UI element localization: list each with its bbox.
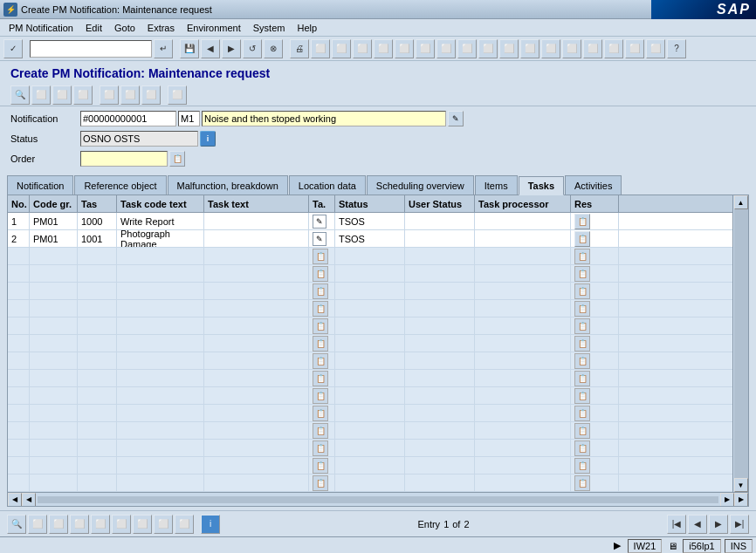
btn11[interactable]: ⬜: [604, 39, 623, 58]
table-row[interactable]: 2 PM01 1001 Photograph Damage ✎ TSOS 📋: [8, 230, 732, 248]
help-button[interactable]: ?: [667, 39, 686, 58]
stop-button[interactable]: ⊗: [264, 39, 283, 58]
menu-pm-notification[interactable]: PM Notification: [3, 21, 79, 35]
btn4[interactable]: ⬜: [457, 39, 477, 58]
sec-btn5[interactable]: ⬜: [100, 85, 119, 105]
btn7[interactable]: ⬜: [520, 39, 540, 58]
menu-extras[interactable]: Extras: [142, 21, 180, 35]
sec-btn4[interactable]: ⬜: [73, 85, 93, 105]
print-button[interactable]: 🖨: [290, 39, 309, 58]
notification-edit-icon[interactable]: ✎: [448, 111, 464, 126]
menu-environment[interactable]: Environment: [182, 21, 246, 35]
order-picker-button[interactable]: 📋: [169, 151, 185, 167]
expand-button[interactable]: ⬜: [353, 39, 372, 58]
tab-location-data[interactable]: Location data: [289, 175, 366, 195]
scroll-track[interactable]: [734, 209, 748, 478]
status-info-button[interactable]: i: [200, 131, 216, 147]
btn10[interactable]: ⬜: [583, 39, 602, 58]
enter-button[interactable]: ↵: [154, 39, 173, 58]
sec-btn3[interactable]: ⬜: [52, 85, 72, 105]
scroll-left-button[interactable]: ◀: [8, 493, 22, 507]
nav-next-button[interactable]: ▶: [709, 515, 728, 534]
btn12[interactable]: ⬜: [625, 39, 644, 58]
notification-type[interactable]: M1: [178, 111, 200, 126]
btn2[interactable]: ⬜: [416, 39, 435, 58]
sec-btn1[interactable]: 🔍: [10, 85, 30, 105]
refresh-button[interactable]: ↺: [243, 39, 262, 58]
menu-help[interactable]: Help: [292, 21, 322, 35]
btn5[interactable]: ⬜: [478, 39, 498, 58]
tab-activities[interactable]: Activities: [565, 175, 622, 195]
cell-userstatus-1: [405, 213, 475, 229]
bottom-btn8[interactable]: ⬜: [154, 515, 173, 534]
bottom-btn4[interactable]: ⬜: [70, 515, 89, 534]
bottom-btn2[interactable]: ⬜: [28, 515, 47, 534]
btn1[interactable]: ⬜: [395, 39, 414, 58]
cell-ta-2[interactable]: ✎: [309, 230, 335, 247]
tab-scheduling-overview[interactable]: Scheduling overview: [367, 175, 474, 195]
sec-btn8[interactable]: ⬜: [168, 85, 187, 105]
bottom-btn1[interactable]: 🔍: [7, 515, 26, 534]
nav-first-button[interactable]: |◀: [667, 515, 686, 534]
tab-malfunction[interactable]: Malfunction, breakdown: [168, 175, 288, 195]
menu-goto[interactable]: Goto: [109, 21, 141, 35]
back-nav-button[interactable]: ◀: [201, 39, 220, 58]
notification-number[interactable]: #00000000001: [80, 111, 176, 126]
order-label: Order: [10, 154, 80, 164]
scroll-right2-button[interactable]: ▶: [734, 493, 748, 507]
scroll-left2-button[interactable]: ◀: [22, 493, 36, 507]
bottom-btn3[interactable]: ⬜: [49, 515, 68, 534]
tab-notification[interactable]: Notification: [7, 175, 73, 195]
scroll-up-button[interactable]: ▲: [734, 195, 748, 209]
scroll-down-button[interactable]: ▼: [734, 478, 748, 492]
notification-description[interactable]: Noise and then stoped working: [202, 111, 446, 126]
collapse-button[interactable]: ⬜: [374, 39, 393, 58]
bottom-btn9[interactable]: ⬜: [175, 515, 194, 534]
bottom-btn6[interactable]: ⬜: [112, 515, 131, 534]
bottom-info-btn[interactable]: i: [201, 515, 220, 534]
save-button[interactable]: 💾: [180, 39, 199, 58]
tab-items[interactable]: Items: [475, 175, 518, 195]
vertical-scrollbar[interactable]: ▲ ▼: [732, 195, 748, 492]
btn13[interactable]: ⬜: [646, 39, 665, 58]
sec-btn2[interactable]: ⬜: [31, 85, 51, 105]
col-header-taskcode: Task code text: [117, 195, 204, 212]
back-button[interactable]: ✓: [3, 39, 23, 58]
entry-of: of: [452, 519, 460, 529]
find-button[interactable]: ⬜: [311, 39, 330, 58]
table-row[interactable]: 1 PM01 1000 Write Report ✎ TSOS 📋: [8, 213, 732, 230]
status-bar: ▶ IW21 🖥 i56lp1 INS: [0, 536, 756, 553]
nav-prev-button[interactable]: ◀: [688, 515, 707, 534]
status-icon1[interactable]: 🖥: [665, 539, 679, 553]
command-field[interactable]: [30, 40, 152, 58]
tab-reference-object[interactable]: Reference object: [74, 175, 166, 195]
sec-btn7[interactable]: ⬜: [141, 85, 161, 105]
menu-system[interactable]: System: [248, 21, 291, 35]
col-header-userstatus: User Status: [405, 195, 475, 212]
cell-res-1[interactable]: 📋: [571, 213, 619, 229]
h-scroll-track[interactable]: [38, 496, 718, 503]
scroll-right-button[interactable]: ▶: [720, 493, 734, 507]
nav-last-button[interactable]: ▶|: [730, 515, 749, 534]
bottom-btn7[interactable]: ⬜: [133, 515, 152, 534]
btn6[interactable]: ⬜: [499, 39, 519, 58]
forward-nav-button[interactable]: ▶: [222, 39, 241, 58]
bottom-btn5[interactable]: ⬜: [91, 515, 110, 534]
entry-info: Entry 1 of 2: [417, 519, 469, 529]
cell-ta-1[interactable]: ✎: [309, 213, 335, 229]
sec-btn6[interactable]: ⬜: [120, 85, 140, 105]
menu-edit[interactable]: Edit: [80, 21, 107, 35]
cell-res-2[interactable]: 📋: [571, 230, 619, 247]
btn8[interactable]: ⬜: [541, 39, 560, 58]
notification-row: Notification #00000000001 M1 Noise and t…: [10, 110, 746, 127]
notification-label: Notification: [10, 113, 80, 124]
server-name: i56lp1: [683, 539, 720, 553]
order-value[interactable]: [80, 151, 168, 167]
btn3[interactable]: ⬜: [436, 39, 456, 58]
cell-taskproc-1: [475, 213, 571, 229]
btn9[interactable]: ⬜: [562, 39, 581, 58]
tab-tasks[interactable]: Tasks: [519, 176, 564, 195]
horizontal-scrollbar[interactable]: ◀ ◀ ▶ ▶: [8, 492, 748, 506]
find-next-button[interactable]: ⬜: [332, 39, 351, 58]
status-label: Status: [10, 133, 80, 144]
